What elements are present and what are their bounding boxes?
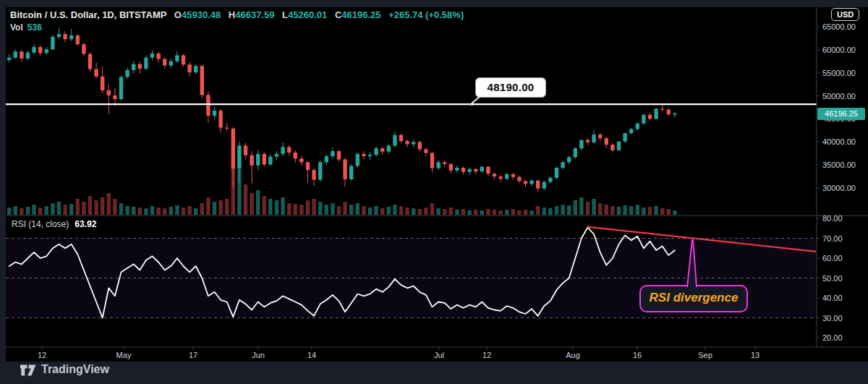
volume-bar [430, 203, 434, 215]
volume-bar [617, 207, 621, 215]
symbol-legend[interactable]: Bitcoin / U.S. Dollar, 1D, BITSTAMP O459… [10, 9, 464, 20]
chart-canvas[interactable] [0, 0, 868, 384]
volume-bar [169, 207, 173, 215]
volume-bar [542, 208, 546, 215]
resistance-price-callout[interactable]: 48190.00 [475, 77, 546, 98]
last-price-badge: 46196.25 [817, 108, 865, 120]
volume-bar [467, 210, 471, 215]
volume-bar [51, 203, 54, 215]
volume-bar [393, 205, 396, 215]
candle-body [380, 148, 384, 151]
candle-body [349, 166, 353, 179]
price-tick-label: 55000.00 [822, 69, 856, 77]
candle-body [38, 47, 42, 53]
candle-body [51, 37, 54, 49]
candle-body [467, 169, 471, 172]
volume-bar [548, 208, 552, 215]
symbol-title: Bitcoin / U.S. Dollar, 1D, BITSTAMP [10, 9, 166, 20]
candle-body [132, 64, 135, 70]
volume-bar [20, 208, 23, 215]
volume-bar [194, 208, 197, 215]
volume-bar [256, 190, 260, 215]
candle-body [667, 110, 671, 114]
time-tick-label: May [116, 351, 132, 359]
volume-label: Vol [10, 22, 23, 33]
candle-body [449, 164, 453, 171]
rsi-divergence-callout[interactable]: RSI divergence [639, 285, 748, 312]
candle-body [256, 154, 260, 166]
volume-bar [14, 206, 17, 215]
candle-body [362, 154, 365, 156]
candle-body [312, 170, 315, 179]
candle-body [561, 162, 564, 168]
volume-bar [331, 203, 334, 215]
candle-body [405, 141, 409, 144]
volume-bar [113, 199, 116, 215]
candle-body [629, 129, 633, 133]
divergence-callout-pointer [683, 238, 702, 289]
candle-body [187, 64, 191, 72]
candle-body [218, 111, 222, 128]
price-tick-label: 35000.00 [822, 161, 856, 169]
high-key: H [229, 9, 235, 20]
candle-body [548, 178, 552, 182]
volume-legend[interactable]: Vol536 [10, 22, 42, 33]
candle-body [263, 154, 266, 165]
tradingview-watermark[interactable]: TradingView [20, 363, 109, 376]
candle-body [299, 158, 303, 162]
candle-body [343, 159, 346, 179]
rsi-tick-label: 40.00 [822, 294, 843, 302]
volume-bar [486, 209, 490, 215]
volume-bar [374, 206, 378, 215]
volume-bar [555, 206, 558, 215]
candle-body [443, 162, 446, 164]
volume-bar [567, 205, 571, 215]
volume-bar [69, 204, 73, 215]
candle-body [7, 58, 11, 60]
candle-body [101, 77, 104, 90]
candle-body [455, 168, 459, 171]
volume-bar [163, 208, 166, 215]
volume-bar [399, 206, 403, 215]
candle-body [26, 53, 30, 59]
volume-bar [175, 205, 179, 215]
volume-bar [182, 208, 185, 215]
volume-bar [244, 184, 247, 215]
volume-bar [38, 208, 42, 215]
candle-body [294, 153, 297, 158]
volume-bar [57, 202, 61, 215]
volume-bar [132, 207, 135, 215]
volume-bar [287, 203, 291, 215]
candle-body [517, 177, 521, 182]
candle-body [150, 54, 154, 58]
volume-bar [7, 208, 11, 215]
volume-bar [107, 193, 111, 215]
candle-body [268, 157, 272, 165]
candle-body [542, 182, 546, 189]
rsi-tick-label: 60.00 [822, 254, 843, 263]
rsi-legend[interactable]: RSI (14, close)63.92 [12, 219, 96, 229]
candle-body [586, 140, 590, 142]
candle-body [57, 34, 61, 37]
volume-bar [623, 205, 626, 215]
volume-bar [405, 208, 409, 215]
volume-bar [654, 206, 658, 215]
volume-bar [150, 206, 154, 215]
candle-body [524, 181, 527, 184]
candle-body [505, 174, 509, 179]
time-tick-label: Sep [698, 351, 712, 359]
volume-bar [325, 205, 328, 215]
volume-bar [144, 208, 148, 215]
rsi-tick-label: 20.00 [822, 333, 843, 342]
open-key: O [174, 9, 182, 20]
candle-body [579, 140, 583, 148]
volume-bar [213, 202, 216, 215]
candle-body [592, 135, 595, 142]
volume-bar [263, 196, 266, 215]
currency-toggle-badge[interactable]: USD [831, 8, 859, 21]
volume-bar [32, 205, 35, 215]
candle-body [88, 54, 92, 69]
time-tick-label: 17 [189, 351, 197, 359]
volume-bar [511, 209, 515, 215]
candle-body [511, 174, 515, 177]
